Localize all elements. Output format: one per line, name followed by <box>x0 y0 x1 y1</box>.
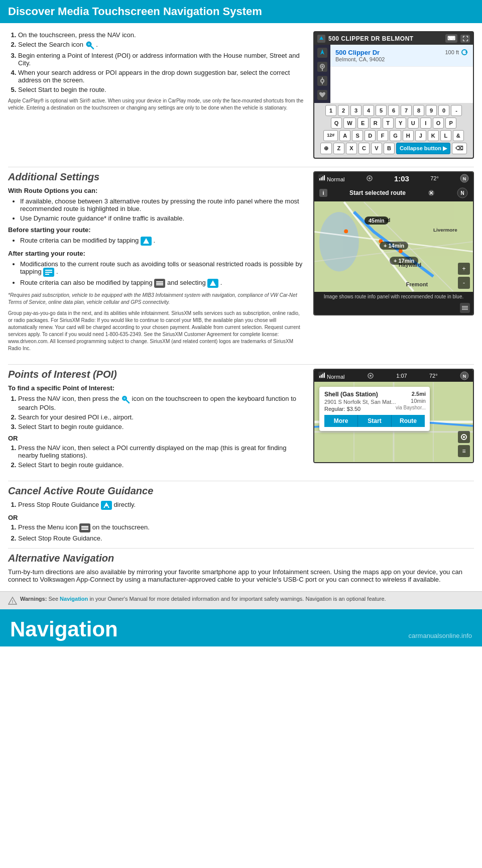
key-0[interactable]: 0 <box>438 105 449 116</box>
svg-rect-31 <box>321 177 322 180</box>
fine-print-1: Apple CarPlay® is optional with Siri® ac… <box>8 97 305 112</box>
footer-warning: ! Warnings: See Navigation in your Owner… <box>0 591 482 609</box>
poi-more-button[interactable]: More <box>324 415 358 427</box>
divider-2 <box>8 364 474 365</box>
key-7[interactable]: 7 <box>401 105 412 116</box>
cancel-steps-1: Press Stop Route Guidance directly. <box>18 501 474 510</box>
step-4: When your search address or POI appears … <box>18 69 305 84</box>
key-8[interactable]: 8 <box>413 105 424 116</box>
route-badge-main: 45min <box>365 216 389 225</box>
poi-list-icon[interactable]: ≡ <box>458 445 470 457</box>
collapse-button[interactable]: Collapse button ▶ <box>396 143 450 154</box>
key-y[interactable]: Y <box>395 118 406 129</box>
key-t[interactable]: T <box>383 118 394 129</box>
poi-section: Points of Interest (POI) To find a speci… <box>8 369 474 473</box>
result-name: 500 Clipper Dr <box>335 49 385 56</box>
svg-rect-32 <box>322 176 323 180</box>
route-banner-text: Start selected route <box>349 189 406 196</box>
key-5[interactable]: 5 <box>376 105 387 116</box>
key-globe[interactable]: ⊕ <box>320 143 332 154</box>
after-route-1: Modifications to the current route such … <box>20 260 305 277</box>
poi-step-1-3: Select Start to begin route guidance. <box>18 423 305 430</box>
key-1[interactable]: 1 <box>325 105 336 116</box>
step-1: On the touchscreen, press the NAV icon. <box>18 31 305 39</box>
heart-icon <box>317 90 327 100</box>
bottom-nav-bar: Navigation carmanualsonline.info <box>0 609 482 646</box>
compass-n-icon: N <box>457 187 468 198</box>
cancel-menu-icon <box>79 523 90 532</box>
map-caption: Image shows route info panel with recomm… <box>314 292 473 301</box>
key-v[interactable]: V <box>371 143 382 154</box>
svg-text:i: i <box>322 190 324 196</box>
poi-route-button[interactable]: Route <box>392 415 425 427</box>
key-dash[interactable]: - <box>451 105 462 116</box>
warnings-label: Warnings: <box>20 596 47 602</box>
key-6[interactable]: 6 <box>388 105 399 116</box>
key-4[interactable]: 4 <box>363 105 374 116</box>
address-text: 500 CLIPPER DR BELMONT <box>328 35 442 42</box>
poi-mode: Normal <box>318 372 345 380</box>
icons-strip <box>314 45 330 103</box>
route-criteria-icon <box>141 237 152 246</box>
zoom-in-button[interactable]: + <box>458 263 470 275</box>
navigation-link[interactable]: Navigation <box>60 596 88 602</box>
compass-icon: N <box>460 174 469 183</box>
key-j[interactable]: J <box>415 130 426 141</box>
address-screen: 500 CLIPPER DR BELMONT ⌨ ⛶ <box>313 31 474 159</box>
key-b[interactable]: B <box>384 143 395 154</box>
location-icon <box>317 62 327 72</box>
key-h[interactable]: H <box>403 130 414 141</box>
alt-nav-section: Alternative Navigation Turn-by-turn dire… <box>8 553 474 583</box>
poi-start-button[interactable]: Start <box>358 415 392 427</box>
key-9[interactable]: 9 <box>426 105 437 116</box>
key-amp[interactable]: & <box>453 130 464 141</box>
key-2[interactable]: 2 <box>338 105 349 116</box>
key-p[interactable]: P <box>445 118 456 129</box>
route-badge-alt2: + 17min <box>390 257 418 265</box>
key-3[interactable]: 3 <box>350 105 362 116</box>
settings-map-icon <box>366 175 373 182</box>
key-l[interactable]: L <box>440 130 451 141</box>
zoom-out-button[interactable]: - <box>458 277 470 289</box>
map-body: Oakland Hayward Livermore Fremont 45min … <box>314 201 473 292</box>
key-u[interactable]: U <box>408 118 419 129</box>
key-z[interactable]: Z <box>333 143 344 154</box>
svg-point-9 <box>321 65 323 67</box>
map-pin-icon <box>317 35 325 43</box>
result-sub: Belmont, CA, 94002 <box>335 56 385 62</box>
poi-header: Normal 1:07 72° N <box>314 370 473 382</box>
key-s[interactable]: S <box>352 130 363 141</box>
key-f[interactable]: F <box>377 130 388 141</box>
key-r[interactable]: R <box>370 118 381 129</box>
key-12hash[interactable]: 12# <box>323 130 338 141</box>
key-g[interactable]: G <box>390 130 401 141</box>
refresh-icon <box>461 49 468 56</box>
cancel-step-1: Press Stop Route Guidance directly. <box>18 501 474 510</box>
key-o[interactable]: O <box>433 118 444 129</box>
key-e[interactable]: E <box>357 118 369 129</box>
kb-row-numbers: 1 2 3 4 5 6 7 8 9 0 - <box>316 105 471 116</box>
poi-compass-icon: N <box>460 371 469 380</box>
key-d[interactable]: D <box>365 130 376 141</box>
footnote-1: *Requires paid subscription, vehicle to … <box>8 292 305 306</box>
key-backspace[interactable]: ⌫ <box>452 143 467 154</box>
key-x[interactable]: X <box>346 143 357 154</box>
poi-screen: Normal 1:07 72° N <box>313 369 474 463</box>
bottom-nav-title: Navigation <box>10 617 118 641</box>
cancel-steps-2: Press the Menu icon on the touchscreen. … <box>18 523 474 542</box>
key-c[interactable]: C <box>358 143 370 154</box>
svg-text:Livermore: Livermore <box>433 227 457 233</box>
after-route-label: After starting your route: <box>8 250 305 257</box>
poi-location-icon[interactable] <box>458 431 470 443</box>
key-w[interactable]: W <box>343 118 355 129</box>
nav-icon <box>317 48 327 58</box>
svg-line-63 <box>127 400 129 403</box>
map-controls: + - <box>458 263 470 289</box>
key-a[interactable]: A <box>339 130 350 141</box>
keyboard-area: 1 2 3 4 5 6 7 8 9 0 - Q W <box>314 103 473 158</box>
key-q[interactable]: Q <box>331 118 342 129</box>
key-i[interactable]: I <box>420 118 431 129</box>
expand-icon: ⛶ <box>460 35 470 43</box>
key-k[interactable]: K <box>428 130 439 141</box>
poi-steps-2: Press the NAV icon, then select a POI cu… <box>18 444 305 469</box>
